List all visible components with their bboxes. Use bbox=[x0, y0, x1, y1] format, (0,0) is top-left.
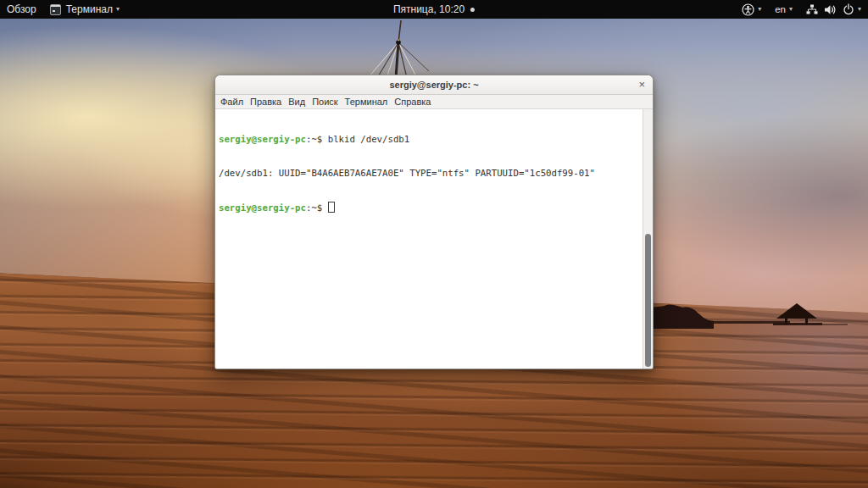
menu-item-file[interactable]: Файл bbox=[217, 97, 247, 107]
window-title: sergiy@sergiy-pc: ~ bbox=[389, 80, 478, 90]
terminal-output-line: /dev/sdb1: UUID="B4A6AEB7A6AE7A0E" TYPE=… bbox=[219, 168, 649, 179]
app-menu-button[interactable]: Терминал ▾ bbox=[43, 0, 126, 19]
accessibility-menu-button[interactable]: ▾ bbox=[735, 0, 768, 19]
close-button[interactable]: × bbox=[638, 75, 645, 94]
chevron-down-icon: ▾ bbox=[858, 6, 861, 13]
app-menu-label: Терминал bbox=[66, 3, 113, 15]
keyboard-layout-button[interactable]: en ▾ bbox=[768, 0, 799, 19]
prompt-user: sergiy@sergiy-pc bbox=[219, 134, 306, 145]
terminal-window: sergiy@sergiy-pc: ~ × Файл Правка Вид По… bbox=[214, 75, 654, 369]
terminal-line: sergiy@sergiy-pc:~$ blkid /dev/sdb1 bbox=[219, 134, 649, 145]
prompt-tail: :~$ bbox=[306, 202, 328, 214]
top-bar: Обзор Терминал ▾ Пятница, 10:20 bbox=[0, 0, 868, 19]
chevron-down-icon: ▾ bbox=[758, 6, 761, 13]
activities-button[interactable]: Обзор bbox=[0, 0, 43, 19]
notification-dot-icon bbox=[470, 8, 475, 12]
network-icon bbox=[806, 4, 818, 15]
desktop: Обзор Терминал ▾ Пятница, 10:20 bbox=[0, 0, 868, 488]
scrollbar[interactable] bbox=[643, 109, 653, 369]
volume-icon bbox=[824, 4, 837, 15]
clock-label: Пятница, 10:20 bbox=[393, 3, 465, 15]
system-menu-button[interactable]: ▾ bbox=[799, 0, 868, 19]
terminal-cursor bbox=[328, 202, 335, 213]
island-silhouette bbox=[631, 295, 868, 329]
clock-button[interactable]: Пятница, 10:20 bbox=[387, 0, 481, 19]
menu-item-edit[interactable]: Правка bbox=[247, 97, 285, 107]
chevron-down-icon: ▾ bbox=[116, 6, 120, 13]
prompt-tail: :~$ bbox=[306, 134, 328, 145]
keyboard-layout-label: en bbox=[775, 4, 786, 14]
menu-item-terminal[interactable]: Терминал bbox=[342, 97, 392, 107]
menu-item-search[interactable]: Поиск bbox=[309, 97, 341, 107]
chevron-down-icon: ▾ bbox=[789, 6, 793, 13]
boat-mast bbox=[366, 17, 434, 78]
terminal-app-icon bbox=[50, 4, 61, 15]
prompt-user: sergiy@sergiy-pc bbox=[219, 202, 306, 214]
terminal-line: sergiy@sergiy-pc:~$ bbox=[219, 202, 649, 214]
menu-item-help[interactable]: Справка bbox=[391, 97, 434, 107]
menubar: Файл Правка Вид Поиск Терминал Справка bbox=[215, 95, 653, 109]
terminal-content[interactable]: sergiy@sergiy-pc:~$ blkid /dev/sdb1 /dev… bbox=[215, 109, 653, 369]
accessibility-icon bbox=[742, 3, 754, 16]
power-icon bbox=[843, 3, 854, 15]
menu-item-view[interactable]: Вид bbox=[285, 97, 309, 107]
titlebar[interactable]: sergiy@sergiy-pc: ~ × bbox=[215, 75, 653, 95]
command-text: blkid /dev/sdb1 bbox=[328, 134, 410, 145]
scrollbar-thumb[interactable] bbox=[645, 234, 651, 367]
